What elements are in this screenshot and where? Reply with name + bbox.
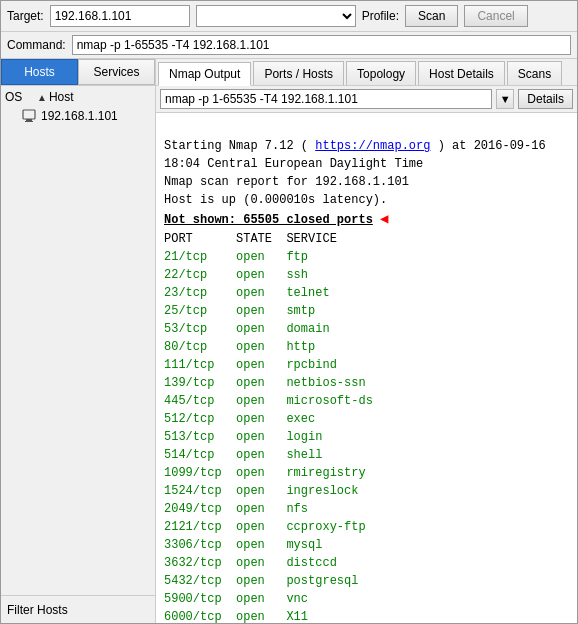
left-panel: Hosts Services OS ▲ Host	[1, 59, 156, 623]
cancel-button[interactable]: Cancel	[464, 5, 527, 27]
tab-ports-hosts[interactable]: Ports / Hosts	[253, 61, 344, 85]
output-line-1099: 1099/tcp open rmiregistry	[164, 464, 569, 482]
svg-rect-0	[23, 110, 35, 119]
tab-nmap-output[interactable]: Nmap Output	[158, 62, 251, 86]
toolbar-row: ▼ Details	[156, 86, 577, 113]
nmap-link[interactable]: https://nmap.org	[315, 139, 430, 153]
profile-label: Profile:	[362, 9, 399, 23]
filter-hosts-label: Filter Hosts	[7, 603, 68, 617]
host-column-header: Host	[49, 90, 151, 104]
output-line-1524: 1524/tcp open ingreslock	[164, 482, 569, 500]
content-area: Hosts Services OS ▲ Host	[1, 59, 577, 623]
command-label: Command:	[7, 38, 66, 52]
host-tree: OS ▲ Host 192.168.1.101	[1, 86, 155, 595]
output-line-22: 22/tcp open ssh	[164, 266, 569, 284]
hosts-tab[interactable]: Hosts	[1, 59, 78, 85]
output-area: Starting Nmap 7.12 ( https://nmap.org ) …	[156, 113, 577, 623]
output-line-3632: 3632/tcp open distccd	[164, 554, 569, 572]
top-bar: Target: Profile: Scan Cancel	[1, 1, 577, 32]
output-line-21: 21/tcp open ftp	[164, 248, 569, 266]
output-line-111: 111/tcp open rpcbind	[164, 356, 569, 374]
output-line-139: 139/tcp open netbios-ssn	[164, 374, 569, 392]
output-line-not-shown: Not shown: 65505 closed ports ◀	[164, 209, 569, 230]
host-tree-item[interactable]: 192.168.1.101	[1, 106, 155, 126]
output-line-513: 513/tcp open login	[164, 428, 569, 446]
svg-rect-2	[25, 121, 33, 122]
target-label: Target:	[7, 9, 44, 23]
scan-button[interactable]: Scan	[405, 5, 458, 27]
output-line-5900: 5900/tcp open vnc	[164, 590, 569, 608]
output-line-starting: Starting Nmap 7.12 ( https://nmap.org ) …	[164, 137, 569, 155]
output-line-514: 514/tcp open shell	[164, 446, 569, 464]
output-line-3306: 3306/tcp open mysql	[164, 536, 569, 554]
main-window: Target: Profile: Scan Cancel Command: Ho…	[0, 0, 578, 624]
output-line-2121: 2121/tcp open ccproxy-ftp	[164, 518, 569, 536]
nmap-command-display[interactable]	[160, 89, 492, 109]
output-line-25: 25/tcp open smtp	[164, 302, 569, 320]
output-line-6000: 6000/tcp open X11	[164, 608, 569, 623]
os-column-header: OS	[5, 90, 35, 104]
output-line-header: PORT STATE SERVICE	[164, 230, 569, 248]
tab-host-details[interactable]: Host Details	[418, 61, 505, 85]
right-tabs: Nmap Output Ports / Hosts Topology Host …	[156, 59, 577, 86]
output-line-blank	[164, 119, 569, 137]
profile-select[interactable]	[196, 5, 356, 27]
left-tabs: Hosts Services	[1, 59, 155, 86]
output-line-5432: 5432/tcp open postgresql	[164, 572, 569, 590]
menu-icon[interactable]: ▼	[496, 89, 514, 109]
output-line-512: 512/tcp open exec	[164, 410, 569, 428]
services-tab[interactable]: Services	[78, 59, 155, 85]
command-input[interactable]	[72, 35, 571, 55]
target-input[interactable]	[50, 5, 190, 27]
host-ip: 192.168.1.101	[41, 109, 118, 123]
output-line-2049: 2049/tcp open nfs	[164, 500, 569, 518]
tab-topology[interactable]: Topology	[346, 61, 416, 85]
output-line-53: 53/tcp open domain	[164, 320, 569, 338]
svg-rect-1	[26, 119, 32, 121]
arrow-indicator: ◀	[380, 211, 388, 227]
output-line-445: 445/tcp open microsoft-ds	[164, 392, 569, 410]
tab-scans[interactable]: Scans	[507, 61, 562, 85]
output-line-host-up: Host is up (0.000010s latency).	[164, 191, 569, 209]
tree-header: OS ▲ Host	[1, 88, 155, 106]
not-shown-text: Not shown: 65505 closed ports	[164, 213, 373, 227]
output-line-time: 18:04 Central European Daylight Time	[164, 155, 569, 173]
command-bar: Command:	[1, 32, 577, 59]
details-button[interactable]: Details	[518, 89, 573, 109]
right-panel: Nmap Output Ports / Hosts Topology Host …	[156, 59, 577, 623]
output-line-report: Nmap scan report for 192.168.1.101	[164, 173, 569, 191]
tree-sort-arrow: ▲	[37, 92, 47, 103]
filter-hosts-bar[interactable]: Filter Hosts	[1, 595, 155, 623]
output-line-80: 80/tcp open http	[164, 338, 569, 356]
output-line-23: 23/tcp open telnet	[164, 284, 569, 302]
computer-icon	[21, 108, 37, 124]
